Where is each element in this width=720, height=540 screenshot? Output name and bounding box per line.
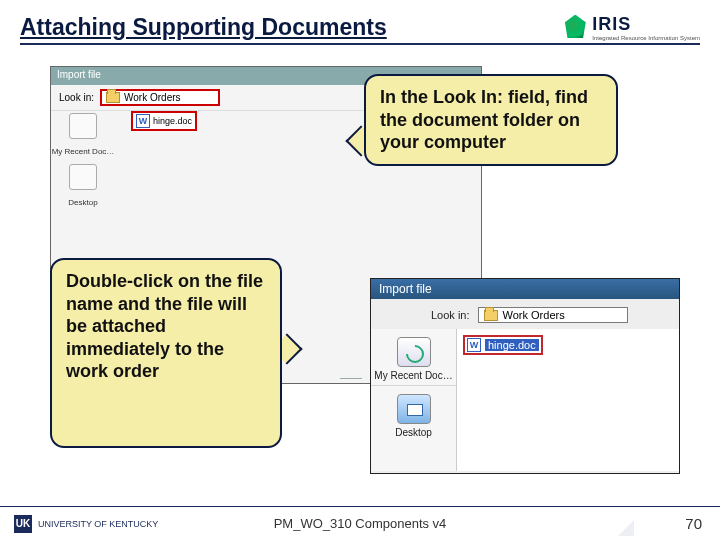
- sidebar-front-label-1: Desktop: [371, 427, 456, 438]
- sidebar-back-label-1: Desktop: [68, 198, 97, 207]
- desktop-icon[interactable]: [397, 394, 431, 424]
- desktop-icon[interactable]: [69, 164, 97, 190]
- recent-icon[interactable]: [69, 113, 97, 139]
- sidebar-back-label-0: My Recent Doc…: [52, 147, 115, 156]
- iris-icon: [562, 15, 588, 41]
- file-name-front: hinge.doc: [485, 339, 539, 351]
- callout-lookin: In the Look In: field, find the document…: [364, 74, 618, 166]
- page-number: 70: [685, 515, 702, 532]
- iris-logo: IRIS Integrated Resource Information Sys…: [562, 14, 700, 41]
- connector-line: [340, 378, 362, 379]
- callout-doubleclick: Double-click on the file name and the fi…: [50, 258, 282, 448]
- folder-icon: [106, 92, 120, 103]
- dialog-front-title: Import file: [371, 279, 679, 299]
- slide-title: Attaching Supporting Documents: [20, 14, 387, 41]
- file-name-back: hinge.doc: [153, 116, 192, 126]
- sidebar-front-label-0: My Recent Doc…: [371, 370, 456, 381]
- uk-mark-icon: UK: [14, 515, 32, 533]
- footer: UK UNIVERSITY OF KENTUCKY PM_WO_310 Comp…: [0, 506, 720, 540]
- folder-icon: [484, 310, 498, 321]
- iris-logo-text: IRIS: [592, 14, 700, 35]
- file-list-area: W hinge.doc: [457, 329, 679, 471]
- look-in-value-front: Work Orders: [503, 309, 565, 321]
- word-icon: W: [136, 114, 150, 128]
- uk-org-name: UNIVERSITY OF KENTUCKY: [38, 519, 158, 529]
- file-item-front[interactable]: W hinge.doc: [463, 335, 543, 355]
- look-in-value-back: Work Orders: [124, 92, 181, 103]
- look-in-label-front: Look in:: [431, 309, 470, 321]
- word-icon: W: [467, 338, 481, 352]
- header-row: Attaching Supporting Documents IRIS Inte…: [20, 14, 700, 45]
- iris-logo-subtitle: Integrated Resource Information System: [592, 35, 700, 41]
- uk-logo: UK UNIVERSITY OF KENTUCKY: [14, 515, 158, 533]
- footer-doc-id: PM_WO_310 Components v4: [274, 516, 447, 531]
- file-item-back[interactable]: W hinge.doc: [131, 111, 197, 131]
- look-in-label-back: Look in:: [59, 92, 94, 103]
- recent-docs-icon[interactable]: [397, 337, 431, 367]
- places-sidebar-front: My Recent Doc… Desktop: [371, 329, 457, 471]
- look-in-dropdown-back[interactable]: Work Orders: [100, 89, 220, 106]
- import-dialog-front: Import file Look in: Work Orders My Rece…: [370, 278, 680, 474]
- places-sidebar-back: My Recent Doc… Desktop: [51, 107, 115, 207]
- look-in-dropdown-front[interactable]: Work Orders: [478, 307, 628, 323]
